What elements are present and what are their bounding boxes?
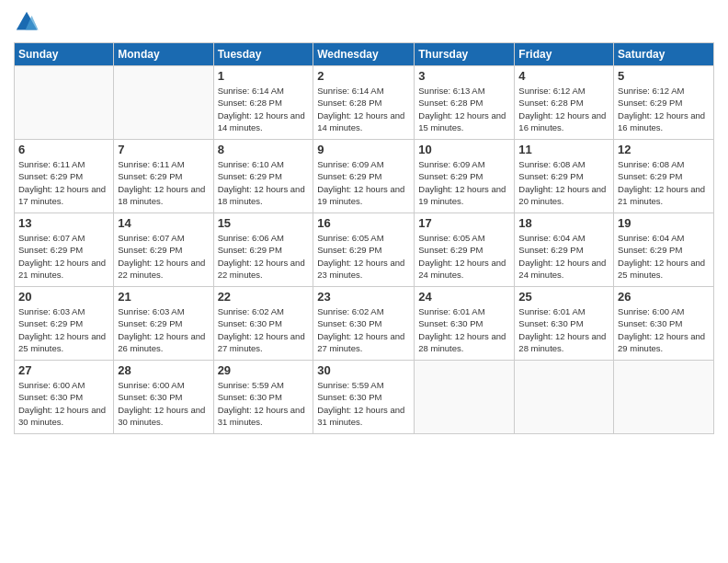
calendar-cell: 21Sunrise: 6:03 AM Sunset: 6:29 PM Dayli… bbox=[114, 287, 213, 361]
day-number: 21 bbox=[118, 290, 209, 304]
calendar-week-row: 1Sunrise: 6:14 AM Sunset: 6:28 PM Daylig… bbox=[15, 66, 714, 140]
calendar-cell: 4Sunrise: 6:12 AM Sunset: 6:28 PM Daylig… bbox=[515, 66, 614, 140]
day-number: 24 bbox=[418, 290, 510, 304]
day-info: Sunrise: 6:06 AM Sunset: 6:29 PM Dayligh… bbox=[218, 232, 310, 281]
calendar-day-header: Sunday bbox=[15, 43, 114, 66]
calendar-cell: 24Sunrise: 6:01 AM Sunset: 6:30 PM Dayli… bbox=[415, 287, 515, 361]
day-number: 10 bbox=[418, 143, 510, 156]
day-info: Sunrise: 6:08 AM Sunset: 6:29 PM Dayligh… bbox=[618, 158, 710, 207]
day-info: Sunrise: 6:04 AM Sunset: 6:29 PM Dayligh… bbox=[618, 232, 710, 281]
day-info: Sunrise: 6:00 AM Sunset: 6:30 PM Dayligh… bbox=[618, 305, 710, 354]
day-number: 2 bbox=[317, 69, 410, 83]
calendar-cell: 9Sunrise: 6:09 AM Sunset: 6:29 PM Daylig… bbox=[313, 140, 415, 213]
day-number: 28 bbox=[118, 363, 209, 377]
day-number: 29 bbox=[218, 363, 310, 377]
calendar-cell: 27Sunrise: 6:00 AM Sunset: 6:30 PM Dayli… bbox=[15, 361, 114, 434]
calendar-cell: 18Sunrise: 6:04 AM Sunset: 6:29 PM Dayli… bbox=[515, 213, 614, 287]
day-info: Sunrise: 6:09 AM Sunset: 6:29 PM Dayligh… bbox=[317, 158, 410, 207]
calendar-cell: 25Sunrise: 6:01 AM Sunset: 6:30 PM Dayli… bbox=[515, 287, 614, 361]
day-number: 14 bbox=[118, 216, 209, 230]
calendar-week-row: 6Sunrise: 6:11 AM Sunset: 6:29 PM Daylig… bbox=[15, 140, 714, 213]
calendar-cell: 10Sunrise: 6:09 AM Sunset: 6:29 PM Dayli… bbox=[415, 140, 515, 213]
calendar-cell: 20Sunrise: 6:03 AM Sunset: 6:29 PM Dayli… bbox=[15, 287, 114, 361]
day-info: Sunrise: 6:11 AM Sunset: 6:29 PM Dayligh… bbox=[118, 158, 209, 207]
day-number: 12 bbox=[618, 143, 710, 156]
day-info: Sunrise: 6:03 AM Sunset: 6:29 PM Dayligh… bbox=[118, 305, 209, 354]
day-info: Sunrise: 6:02 AM Sunset: 6:30 PM Dayligh… bbox=[218, 305, 310, 354]
day-info: Sunrise: 6:04 AM Sunset: 6:29 PM Dayligh… bbox=[518, 232, 609, 281]
day-number: 22 bbox=[218, 290, 310, 304]
day-number: 1 bbox=[218, 69, 310, 83]
calendar-week-row: 20Sunrise: 6:03 AM Sunset: 6:29 PM Dayli… bbox=[15, 287, 714, 361]
calendar-week-row: 27Sunrise: 6:00 AM Sunset: 6:30 PM Dayli… bbox=[15, 361, 714, 434]
day-info: Sunrise: 5:59 AM Sunset: 6:30 PM Dayligh… bbox=[317, 379, 410, 428]
calendar-header-row: SundayMondayTuesdayWednesdayThursdayFrid… bbox=[15, 43, 714, 66]
calendar-cell: 6Sunrise: 6:11 AM Sunset: 6:29 PM Daylig… bbox=[15, 140, 114, 213]
day-info: Sunrise: 6:11 AM Sunset: 6:29 PM Dayligh… bbox=[18, 158, 109, 207]
day-info: Sunrise: 6:00 AM Sunset: 6:30 PM Dayligh… bbox=[18, 379, 109, 428]
day-number: 6 bbox=[18, 143, 109, 156]
calendar-cell bbox=[15, 66, 114, 140]
page: SundayMondayTuesdayWednesdayThursdayFrid… bbox=[0, 0, 728, 563]
calendar-cell bbox=[515, 361, 614, 434]
calendar-cell: 19Sunrise: 6:04 AM Sunset: 6:29 PM Dayli… bbox=[614, 213, 714, 287]
day-number: 26 bbox=[618, 290, 710, 304]
day-info: Sunrise: 6:01 AM Sunset: 6:30 PM Dayligh… bbox=[418, 305, 510, 354]
calendar-day-header: Monday bbox=[114, 43, 213, 66]
day-info: Sunrise: 6:07 AM Sunset: 6:29 PM Dayligh… bbox=[118, 232, 209, 281]
calendar-cell bbox=[114, 66, 213, 140]
day-info: Sunrise: 6:14 AM Sunset: 6:28 PM Dayligh… bbox=[317, 85, 410, 133]
calendar-cell: 3Sunrise: 6:13 AM Sunset: 6:28 PM Daylig… bbox=[415, 66, 515, 140]
calendar-cell: 14Sunrise: 6:07 AM Sunset: 6:29 PM Dayli… bbox=[114, 213, 213, 287]
calendar-cell bbox=[415, 361, 515, 434]
calendar-cell bbox=[614, 361, 714, 434]
day-number: 7 bbox=[118, 143, 209, 156]
day-info: Sunrise: 6:09 AM Sunset: 6:29 PM Dayligh… bbox=[418, 158, 510, 207]
calendar-cell: 1Sunrise: 6:14 AM Sunset: 6:28 PM Daylig… bbox=[213, 66, 313, 140]
calendar-day-header: Saturday bbox=[614, 43, 714, 66]
day-number: 27 bbox=[18, 363, 109, 377]
header bbox=[14, 9, 714, 35]
day-number: 15 bbox=[218, 216, 310, 230]
calendar-week-row: 13Sunrise: 6:07 AM Sunset: 6:29 PM Dayli… bbox=[15, 213, 714, 287]
day-number: 19 bbox=[618, 216, 710, 230]
calendar: SundayMondayTuesdayWednesdayThursdayFrid… bbox=[14, 42, 714, 434]
logo bbox=[14, 9, 43, 35]
calendar-day-header: Thursday bbox=[415, 43, 515, 66]
calendar-cell: 5Sunrise: 6:12 AM Sunset: 6:29 PM Daylig… bbox=[614, 66, 714, 140]
calendar-day-header: Tuesday bbox=[213, 43, 313, 66]
day-number: 17 bbox=[418, 216, 510, 230]
calendar-cell: 8Sunrise: 6:10 AM Sunset: 6:29 PM Daylig… bbox=[213, 140, 313, 213]
calendar-cell: 13Sunrise: 6:07 AM Sunset: 6:29 PM Dayli… bbox=[15, 213, 114, 287]
day-info: Sunrise: 6:00 AM Sunset: 6:30 PM Dayligh… bbox=[118, 379, 209, 428]
calendar-cell: 28Sunrise: 6:00 AM Sunset: 6:30 PM Dayli… bbox=[114, 361, 213, 434]
day-number: 25 bbox=[518, 290, 609, 304]
calendar-cell: 12Sunrise: 6:08 AM Sunset: 6:29 PM Dayli… bbox=[614, 140, 714, 213]
calendar-cell: 17Sunrise: 6:05 AM Sunset: 6:29 PM Dayli… bbox=[415, 213, 515, 287]
day-number: 20 bbox=[18, 290, 109, 304]
day-info: Sunrise: 6:07 AM Sunset: 6:29 PM Dayligh… bbox=[18, 232, 109, 281]
day-info: Sunrise: 6:12 AM Sunset: 6:28 PM Dayligh… bbox=[518, 85, 609, 133]
calendar-cell: 11Sunrise: 6:08 AM Sunset: 6:29 PM Dayli… bbox=[515, 140, 614, 213]
day-number: 4 bbox=[518, 69, 609, 83]
day-info: Sunrise: 6:03 AM Sunset: 6:29 PM Dayligh… bbox=[18, 305, 109, 354]
day-info: Sunrise: 6:02 AM Sunset: 6:30 PM Dayligh… bbox=[317, 305, 410, 354]
day-info: Sunrise: 6:05 AM Sunset: 6:29 PM Dayligh… bbox=[317, 232, 410, 281]
day-number: 13 bbox=[18, 216, 109, 230]
calendar-cell: 26Sunrise: 6:00 AM Sunset: 6:30 PM Dayli… bbox=[614, 287, 714, 361]
calendar-day-header: Friday bbox=[515, 43, 614, 66]
calendar-cell: 23Sunrise: 6:02 AM Sunset: 6:30 PM Dayli… bbox=[313, 287, 415, 361]
day-number: 5 bbox=[618, 69, 710, 83]
day-info: Sunrise: 6:14 AM Sunset: 6:28 PM Dayligh… bbox=[218, 85, 310, 133]
day-info: Sunrise: 6:10 AM Sunset: 6:29 PM Dayligh… bbox=[218, 158, 310, 207]
calendar-cell: 30Sunrise: 5:59 AM Sunset: 6:30 PM Dayli… bbox=[313, 361, 415, 434]
day-number: 23 bbox=[317, 290, 410, 304]
calendar-cell: 7Sunrise: 6:11 AM Sunset: 6:29 PM Daylig… bbox=[114, 140, 213, 213]
day-number: 3 bbox=[418, 69, 510, 83]
calendar-day-header: Wednesday bbox=[313, 43, 415, 66]
day-number: 11 bbox=[518, 143, 609, 156]
day-number: 9 bbox=[317, 143, 410, 156]
day-number: 8 bbox=[218, 143, 310, 156]
logo-icon bbox=[14, 9, 40, 35]
day-info: Sunrise: 6:12 AM Sunset: 6:29 PM Dayligh… bbox=[618, 85, 710, 133]
